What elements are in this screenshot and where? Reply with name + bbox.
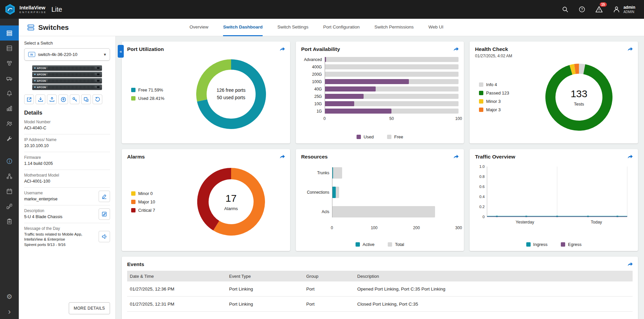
table-row[interactable]: 01/27/2025, 12:36 PMPort LinkingPortOpen… [127, 281, 633, 297]
help-icon[interactable]: ? [578, 6, 586, 13]
edition-label: Lite [51, 6, 62, 13]
legend-label: Active [363, 242, 374, 247]
port-availability-chart: Advanced400G200G100G40G25G10G1G050100 [301, 57, 459, 122]
switches-title-icon [27, 23, 35, 31]
table-cell: 01/27/2025, 12:36 PM [127, 286, 226, 292]
rail-item-settings[interactable]: ⚙ [0, 289, 19, 304]
share-icon[interactable] [453, 153, 459, 160]
legend-swatch [356, 242, 360, 247]
clone-button[interactable] [81, 94, 91, 104]
share-icon[interactable] [627, 261, 633, 267]
rail-item-traffic[interactable] [0, 71, 19, 86]
table-cell: Port [304, 302, 355, 307]
legend-swatch [131, 96, 136, 101]
resources-card: Resources TrunksConnectionsAcls010020030… [296, 149, 464, 251]
legend-label: Passed 123 [486, 90, 509, 95]
chart-legend: IngressEgress [470, 242, 638, 247]
rail-item-users[interactable] [0, 116, 19, 131]
rail-item-scheduler[interactable] [0, 184, 19, 199]
rail-item-topology[interactable] [0, 169, 19, 184]
table-cell: Opened Port Linking, Port C:35 Port Link… [355, 286, 633, 292]
svg-text:1.0: 1.0 [479, 165, 485, 169]
legend-item: Used [357, 134, 374, 139]
card-title: Port Availability [301, 46, 459, 52]
open-web-ui-button[interactable] [24, 94, 34, 104]
rail-item-tools[interactable] [0, 131, 19, 146]
table-row[interactable]: 01/27/2025, 12:31 PMPort LinkingPortClos… [127, 297, 633, 312]
svg-text:Today: Today [591, 220, 602, 225]
column-header: Group [304, 274, 355, 279]
svg-text:Yesterday: Yesterday [516, 220, 535, 225]
edit-motd-button[interactable] [99, 231, 110, 242]
edit-credentials-button[interactable] [99, 191, 110, 202]
tab-bar: Overview Switch Dashboard Switch Setting… [190, 19, 443, 36]
select-switch-label: Select a Switch [24, 41, 110, 46]
legend-item: Major 10 [131, 199, 177, 204]
wrench-icon [6, 135, 13, 142]
legend-swatch [526, 242, 531, 247]
legend-item: Active [356, 242, 374, 247]
tab-web-ui[interactable]: Web UI [428, 19, 443, 36]
share-icon[interactable] [279, 153, 285, 160]
tab-overview[interactable]: Overview [190, 19, 208, 36]
import-config-button[interactable] [36, 94, 45, 104]
field-motherboard-model: Motherboard Model ACI-4001-100 [24, 170, 110, 188]
legend-swatch [387, 135, 391, 139]
rail-item-info[interactable] [0, 153, 19, 169]
users-icon [6, 120, 13, 127]
export-config-button[interactable] [47, 94, 57, 104]
share-icon[interactable] [627, 46, 633, 52]
legend-swatch [131, 191, 136, 196]
more-details-button[interactable]: MORE DETAILS [69, 302, 110, 314]
rail-item-notifications[interactable] [0, 86, 19, 101]
port-utilization-card: Port Utilization Free 71.59%Used 28.41% … [122, 42, 290, 143]
legend-item: Minor 3 [479, 99, 525, 104]
card-title: Traffic Overview [475, 154, 633, 160]
rail-item-port-groups[interactable] [0, 56, 19, 71]
rail-item-connections[interactable] [0, 199, 19, 214]
switches-icon [6, 30, 13, 37]
rail-item-inventory[interactable] [0, 214, 19, 229]
user-menu[interactable]: admin ADMIN [612, 5, 635, 13]
port-utilization-donut: 126 free ports 50 used ports [196, 59, 266, 129]
share-icon[interactable] [627, 153, 633, 160]
legend-item: Free [387, 134, 403, 139]
collapse-panel-button[interactable]: « [118, 45, 124, 58]
tab-switch-permissions[interactable]: Switch Permissions [374, 19, 414, 36]
upgrade-firmware-button[interactable] [58, 94, 68, 104]
rail-item-switches[interactable] [0, 25, 19, 41]
brand-name: IntellaView [19, 5, 47, 11]
credentials-button[interactable] [70, 94, 79, 104]
health-check-card: Health Check 01/27/2025, 4:02 AM Info 4P… [470, 42, 638, 143]
rail-item-chassis[interactable] [0, 41, 19, 56]
bell-icon [6, 90, 13, 97]
edit-description-button[interactable] [99, 208, 110, 220]
rail-item-expand[interactable]: › [0, 304, 19, 319]
donut-center-text: 133 Tests [545, 64, 612, 131]
card-title: Resources [301, 154, 459, 160]
svg-text:?: ? [581, 8, 583, 11]
chevron-right-icon: › [8, 308, 11, 316]
share-icon[interactable] [453, 46, 459, 52]
restore-button[interactable] [93, 94, 102, 104]
share-icon[interactable] [279, 46, 285, 52]
alarm-count-badge: 15 [600, 2, 607, 7]
port-groups-icon [6, 60, 13, 67]
traffic-line-chart: 1.00.80.60.40.20YesterdayToday [475, 163, 633, 226]
megaphone-icon [101, 234, 107, 240]
tab-switch-dashboard[interactable]: Switch Dashboard [223, 19, 263, 36]
legend-label: Minor 3 [486, 99, 500, 104]
search-icon[interactable] [561, 6, 569, 13]
selected-switch-name: switch-4k-36-220-10 [38, 52, 77, 57]
field-firmware: Firmware 1.14 build 0205 [24, 152, 110, 170]
rail-item-statistics[interactable] [0, 101, 19, 116]
traffic-overview-card: Traffic Overview 1.00.80.60.40.20Yesterd… [470, 149, 638, 251]
legend-item: Info 4 [479, 82, 525, 87]
switch-select[interactable]: IV switch-4k-36-220-10 ▾ [24, 48, 110, 61]
legend-item: Minor 0 [131, 191, 177, 196]
edit-note-icon [101, 211, 107, 217]
tab-switch-settings[interactable]: Switch Settings [277, 19, 308, 36]
tab-port-configuration[interactable]: Port Configuration [323, 19, 360, 36]
chart-legend: Info 4Passed 123Minor 3Major 3 [475, 82, 525, 112]
alarms-icon[interactable]: 15 [595, 5, 603, 13]
